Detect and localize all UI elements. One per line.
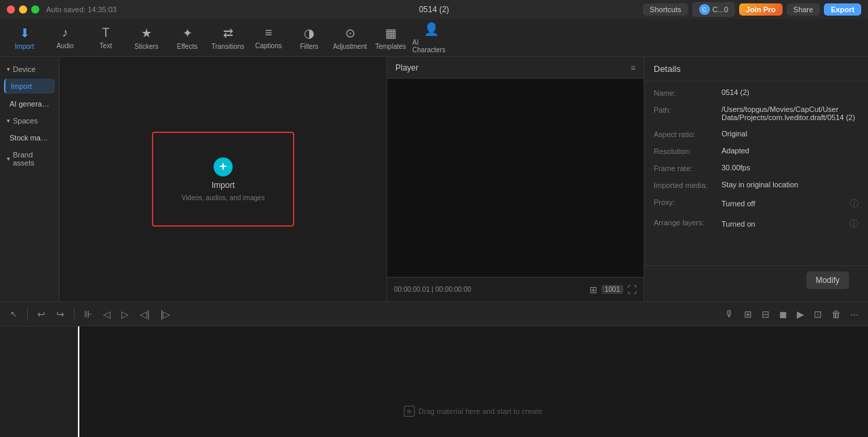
toolbar-item-templates[interactable]: ▦Templates: [372, 22, 410, 54]
effects-icon: ✦: [182, 26, 193, 41]
minimize-button[interactable]: [19, 5, 27, 14]
import-plus-icon: +: [214, 157, 233, 176]
titlebar: Auto saved: 14:35:03 0514 (2) Shortcuts …: [0, 0, 868, 19]
device-section-header[interactable]: ▾ Device: [4, 62, 55, 76]
select-tool-button[interactable]: ↖: [7, 307, 20, 321]
brand-chevron-icon: ▾: [7, 155, 10, 162]
shortcuts-button[interactable]: Shortcuts: [643, 3, 688, 16]
detail-imported-row: Imported media: Stay in original locatio…: [654, 180, 859, 189]
redo-button[interactable]: ↪: [54, 307, 67, 321]
player-header: Player ≡: [387, 57, 644, 79]
trim-right-button[interactable]: ▷: [119, 307, 132, 321]
toolbar-item-audio[interactable]: ♪Audio: [46, 22, 84, 54]
details-title: Details: [644, 57, 868, 81]
player-badge: 1001: [601, 285, 623, 294]
account-button[interactable]: C C...0: [692, 2, 735, 17]
detail-arrange-row: Arrange layers: Turned on ⓘ: [654, 218, 859, 230]
import-dropzone[interactable]: + Import Videos, audios, and images: [152, 132, 294, 227]
toolbar-item-import[interactable]: ⬇Import: [5, 22, 43, 54]
titlebar-right: Shortcuts C C...0 Join Pro Share Export: [643, 2, 861, 17]
detail-framerate-row: Frame rate: 30.00fps: [654, 164, 859, 172]
filters-icon: ◑: [304, 26, 315, 41]
trim-right2-button[interactable]: |▷: [158, 307, 174, 321]
toolbar-item-text[interactable]: TText: [87, 22, 125, 54]
imported-media-label: Imported media:: [654, 180, 722, 189]
details-body: Name: 0514 (2) Path: /Users/topgus/Movie…: [644, 81, 868, 265]
resolution-label: Resolution:: [654, 147, 722, 155]
trim-left-button[interactable]: ◁: [100, 307, 113, 321]
divider-1: [27, 308, 28, 320]
detail-resolution-row: Resolution: Adapted: [654, 147, 859, 155]
toolbar-item-captions[interactable]: ≡Captions: [250, 22, 288, 54]
player-menu-icon[interactable]: ≡: [631, 63, 635, 73]
fit-icon[interactable]: ⊞: [589, 284, 597, 295]
main-area: ▾ Device Import AI generated ▾ Spaces St…: [0, 57, 868, 301]
split-button[interactable]: ⊪: [81, 307, 95, 321]
text-icon: T: [102, 26, 110, 40]
aspect-ratio-value: Original: [722, 130, 859, 138]
share-button[interactable]: Share: [787, 3, 820, 16]
account-dot: C: [699, 4, 710, 15]
captions-icon: ≡: [265, 26, 273, 40]
toolbar-item-filters[interactable]: ◑Filters: [290, 22, 328, 54]
transitions-icon: ⇄: [223, 26, 233, 41]
path-value: /Users/topgus/Movies/CapCut/User Data/Pr…: [722, 105, 859, 121]
traffic-lights: [7, 5, 39, 14]
frame-rate-label: Frame rate:: [654, 164, 722, 172]
spaces-section-header[interactable]: ▾ Spaces: [4, 114, 55, 128]
joinpro-button[interactable]: Join Pro: [739, 3, 783, 16]
drag-icon: ⊞: [403, 406, 414, 417]
mic-button[interactable]: 🎙: [722, 307, 737, 321]
player-title: Player: [395, 63, 418, 73]
timeline-toolbar: ↖ ↩ ↪ ⊪ ◁ ▷ ◁| |▷ 🎙 ⊞ ⊟ ◼ ▶ ⊡ 🗑 ···: [0, 302, 868, 326]
stickers-icon: ★: [141, 26, 152, 41]
tool2-button[interactable]: ⊟: [759, 307, 772, 321]
left-panel: ▾ Device Import AI generated ▾ Spaces St…: [0, 57, 60, 301]
spaces-chevron-icon: ▾: [7, 117, 10, 124]
toolbar-item-stickers[interactable]: ★Stickers: [127, 22, 165, 54]
detail-path-row: Path: /Users/topgus/Movies/CapCut/User D…: [654, 105, 859, 121]
close-button[interactable]: [7, 5, 15, 14]
toolbar-item-adjustment[interactable]: ⊙Adjustment: [331, 22, 369, 54]
name-label: Name:: [654, 88, 722, 97]
resolution-value: Adapted: [722, 147, 859, 155]
details-panel: Details Name: 0514 (2) Path: /Users/topg…: [644, 57, 868, 301]
main-toolbar: ⬇Import♪AudioTText★Stickers✦Effects⇄Tran…: [0, 19, 868, 57]
toolbar-item-transitions[interactable]: ⇄Transitions: [209, 22, 247, 54]
stock-mater-btn[interactable]: Stock mate...: [4, 130, 55, 145]
proxy-label: Proxy:: [654, 197, 722, 206]
tool4-button[interactable]: ▶: [794, 307, 807, 321]
screen-button[interactable]: ⊡: [811, 307, 825, 321]
undo-button[interactable]: ↩: [35, 307, 48, 321]
modify-button[interactable]: Modify: [806, 271, 849, 289]
imported-media-value: Stay in original location: [722, 180, 859, 189]
frame-rate-value: 30.00fps: [722, 164, 859, 172]
player-controls: 00:00:00.01 | 00:00:00:00 ⊞ 1001 ⛶: [387, 277, 644, 301]
aspect-ratio-label: Aspect ratio:: [654, 130, 722, 138]
trim-left2-button[interactable]: ◁|: [137, 307, 153, 321]
toolbar-item-ai-characters[interactable]: 👤AI Characters: [412, 22, 450, 54]
player-time: 00:00:00.01 | 00:00:00:00: [394, 286, 471, 293]
arrange-layers-info-icon[interactable]: ⓘ: [850, 218, 859, 230]
trash-button[interactable]: 🗑: [829, 307, 844, 321]
brand-assets-section-header[interactable]: ▾ Brand assets: [4, 148, 55, 170]
import-btn[interactable]: Import: [4, 79, 55, 94]
export-button[interactable]: Export: [824, 3, 861, 16]
timeline-area: ↖ ↩ ↪ ⊪ ◁ ▷ ◁| |▷ 🎙 ⊞ ⊟ ◼ ▶ ⊡ 🗑 ··· ⊞ Dr…: [0, 301, 868, 437]
ai-generated-btn[interactable]: AI generated: [4, 96, 55, 111]
tool3-button[interactable]: ◼: [776, 307, 790, 321]
detail-name-row: Name: 0514 (2): [654, 88, 859, 97]
proxy-info-icon[interactable]: ⓘ: [850, 197, 859, 210]
player-body: [387, 79, 644, 277]
toolbar-item-effects[interactable]: ✦Effects: [168, 22, 206, 54]
player-buttons: ⊞ 1001 ⛶: [589, 284, 637, 295]
name-value: 0514 (2): [722, 88, 859, 96]
more-button[interactable]: ···: [848, 307, 861, 321]
maximize-button[interactable]: [31, 5, 39, 14]
templates-icon: ▦: [385, 26, 397, 41]
tool1-button[interactable]: ⊞: [741, 307, 755, 321]
import-sublabel: Videos, audios, and images: [182, 194, 265, 202]
track-content: ⊞ Drag material here and start to create: [78, 326, 868, 437]
player-panel: Player ≡ 00:00:00.01 | 00:00:00:00 ⊞ 100…: [387, 57, 644, 301]
fullscreen-icon[interactable]: ⛶: [627, 284, 637, 295]
